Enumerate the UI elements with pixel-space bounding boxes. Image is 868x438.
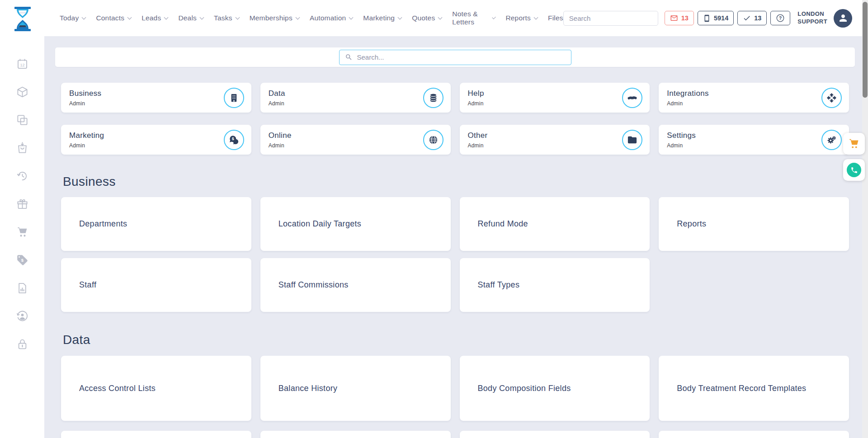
smartphone-icon xyxy=(703,14,711,22)
card-title: Other xyxy=(468,131,488,140)
card-body-composition-fields[interactable]: Body Composition Fields xyxy=(460,356,650,421)
nav-item-automation[interactable]: Automation xyxy=(310,14,353,22)
card-label: Balance History xyxy=(278,382,356,394)
nav-label: Quotes xyxy=(412,14,435,22)
nav-label: Memberships xyxy=(250,14,292,22)
nav-label: Marketing xyxy=(363,14,395,22)
content-search-bar xyxy=(55,47,855,67)
chevron-down-icon xyxy=(82,15,86,19)
card-label: Body Composition Fields xyxy=(478,382,589,394)
nav-item-marketing[interactable]: Marketing xyxy=(363,14,401,22)
report-doc-icon xyxy=(16,282,28,294)
card-title: Business xyxy=(69,89,101,98)
card-body-treatment-record-templates[interactable]: Body Treatment Record Templates xyxy=(659,356,849,421)
question-circle-icon xyxy=(776,14,785,23)
sidebar-item-calendar[interactable] xyxy=(8,50,36,78)
card-reports[interactable]: Reports xyxy=(659,197,849,251)
card-refund-mode[interactable]: Refund Mode xyxy=(460,197,650,251)
admin-card-integrations[interactable]: IntegrationsAdmin xyxy=(659,83,849,113)
sidebar-item-duplicates[interactable] xyxy=(8,106,36,134)
card-subtitle: Admin xyxy=(667,100,708,107)
nav-item-leads[interactable]: Leads xyxy=(142,14,168,22)
admin-card-settings[interactable]: SettingsAdmin xyxy=(659,125,849,155)
cart-floating-button[interactable] xyxy=(843,133,865,155)
cart-orange-icon xyxy=(848,138,860,150)
card-title: Online xyxy=(269,131,292,140)
sidebar-item-pricing[interactable] xyxy=(8,246,36,274)
sidebar-item-cart[interactable] xyxy=(8,218,36,246)
account-history-icon xyxy=(16,310,28,322)
admin-card-online[interactable]: OnlineAdmin xyxy=(260,125,451,155)
help-button[interactable] xyxy=(770,11,790,25)
admin-card-data[interactable]: DataAdmin xyxy=(260,83,451,113)
phone-floating-button[interactable] xyxy=(843,159,865,181)
card-staff-commissions[interactable]: Staff Commissions xyxy=(260,258,451,312)
search-icon xyxy=(345,53,353,61)
nav-item-today[interactable]: Today xyxy=(60,14,85,22)
nav-item-notes-letters[interactable]: Notes & Letters xyxy=(452,10,495,26)
section-heading-data: Data xyxy=(63,332,849,347)
user-name: LONDON SUPPORT xyxy=(797,10,827,26)
card-partial[interactable] xyxy=(260,431,451,438)
scrollbar-thumb[interactable] xyxy=(863,2,868,98)
card-staff-types[interactable]: Staff Types xyxy=(460,258,650,312)
chevron-down-icon xyxy=(492,15,496,19)
admin-search-input[interactable] xyxy=(357,53,566,61)
hourglass-logo[interactable] xyxy=(12,6,33,32)
card-label: Reports xyxy=(677,218,706,230)
nav-item-reports[interactable]: Reports xyxy=(505,14,538,22)
sms-badge[interactable]: 5914 xyxy=(698,11,734,25)
card-partial[interactable] xyxy=(460,431,650,438)
card-title: Data xyxy=(269,89,285,98)
header-search-input[interactable] xyxy=(564,14,665,22)
nav-label: Deals xyxy=(178,14,197,22)
card-title: Integrations xyxy=(667,89,708,98)
handshake-icon xyxy=(622,88,642,108)
business-cards-row2: Staff Staff Commissions Staff Types xyxy=(61,258,849,312)
nav-item-tasks[interactable]: Tasks xyxy=(214,14,239,22)
nav-item-memberships[interactable]: Memberships xyxy=(250,14,299,22)
card-label: Access Control Lists xyxy=(79,382,174,394)
nav-label: Today xyxy=(60,14,79,22)
sidebar-item-history[interactable] xyxy=(8,162,36,190)
admin-card-help[interactable]: HelpAdmin xyxy=(460,83,650,113)
check-icon xyxy=(743,14,751,22)
admin-card-business[interactable]: BusinessAdmin xyxy=(61,83,251,113)
sidebar-item-security[interactable] xyxy=(8,330,36,358)
card-access-control-lists[interactable]: Access Control Lists xyxy=(61,356,251,421)
nav-item-contacts[interactable]: Contacts xyxy=(96,14,131,22)
card-subtitle: Admin xyxy=(69,142,104,149)
card-partial[interactable] xyxy=(61,431,251,438)
card-balance-history[interactable]: Balance History xyxy=(260,356,451,421)
lock-icon xyxy=(16,338,28,350)
nav-label: Contacts xyxy=(96,14,124,22)
nav-item-files[interactable]: Files xyxy=(548,14,563,22)
nav-label: Files xyxy=(548,14,563,22)
sidebar-item-products[interactable] xyxy=(8,78,36,106)
card-departments[interactable]: Departments xyxy=(61,197,251,251)
sidebar-item-orders[interactable] xyxy=(8,134,36,162)
history-icon xyxy=(16,170,28,182)
admin-card-other[interactable]: OtherAdmin xyxy=(460,125,650,155)
sidebar-item-account-history[interactable] xyxy=(8,302,36,330)
nav-item-quotes[interactable]: Quotes xyxy=(412,14,442,22)
avatar[interactable] xyxy=(834,9,852,28)
globe-icon xyxy=(423,130,443,150)
tasks-badge[interactable]: 13 xyxy=(737,11,767,25)
card-location-daily-targets[interactable]: Location Daily Targets xyxy=(260,197,451,251)
nav-label: Notes & Letters xyxy=(452,10,489,26)
card-title: Marketing xyxy=(69,131,104,140)
admin-categories-grid: BusinessAdmin DataAdmin HelpAdmin Integr… xyxy=(61,83,849,155)
card-staff[interactable]: Staff xyxy=(61,258,251,312)
messages-badge[interactable]: 13 xyxy=(665,11,694,25)
database-icon xyxy=(423,88,443,108)
card-partial[interactable] xyxy=(659,431,849,438)
nav-item-deals[interactable]: Deals xyxy=(178,14,203,22)
sms-count: 5914 xyxy=(714,14,728,22)
admin-card-marketing[interactable]: MarketingAdmin xyxy=(61,125,251,155)
gift-icon xyxy=(16,198,28,210)
header-actions: 13 5914 13 LONDON SUPPORT xyxy=(563,9,852,28)
sidebar-item-reports[interactable] xyxy=(8,274,36,302)
sidebar-item-gifts[interactable] xyxy=(8,190,36,218)
chevron-down-icon xyxy=(127,15,132,19)
